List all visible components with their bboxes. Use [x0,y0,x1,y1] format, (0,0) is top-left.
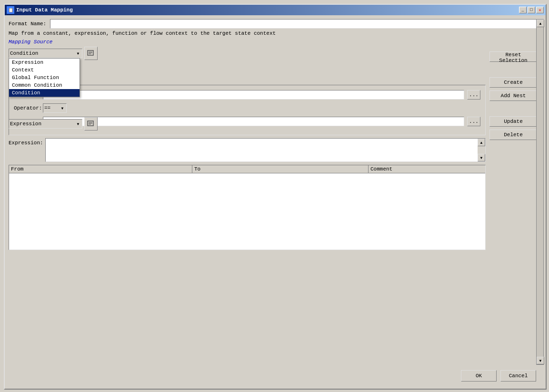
add-nest-button[interactable]: Add Nest [489,90,537,101]
table-body [9,173,485,250]
expression-box: ▲ ▼ [45,138,486,162]
dropdown-item-condition[interactable]: Condition [9,89,80,97]
close-button[interactable]: ✕ [536,7,544,13]
left-field-row: Left: ... [14,90,480,100]
left-browse-button[interactable]: ... [467,90,480,100]
column-to: To [192,165,369,173]
operator-label: Operator: [14,105,40,111]
expression-action-button[interactable] [84,117,98,131]
expression-box-wrapper: ▲ ▼ [45,138,486,162]
dropdown-item-global-function[interactable]: Global Function [9,74,80,81]
expression-arrow-icon: ▼ [74,122,82,126]
expr-scroll-up[interactable]: ▲ [478,139,485,146]
source-icon [87,49,95,58]
maximize-button[interactable]: □ [528,7,535,13]
expression-section: Expression: ▲ ▼ [9,138,486,162]
scroll-down-button[interactable]: ▼ [537,357,544,364]
mapping-source-select[interactable]: Condition ▼ [9,49,82,58]
window-title: Input Data Mapping [16,7,73,13]
right-panel: Reset Selection Create Add Nest Update D… [489,47,542,253]
dropdown-item-expression[interactable]: Expression [9,59,80,66]
operator-value: == [43,105,59,111]
operator-select[interactable]: == ▼ [43,103,67,113]
expression-select[interactable]: Expression ▼ [9,119,82,129]
table-header: From To Comment [9,165,485,173]
cancel-button[interactable]: Cancel [500,370,536,382]
spacer1 [489,65,542,74]
dropdown-item-common-condition[interactable]: Common Condition [9,81,80,89]
dropdown-item-context[interactable]: Context [9,66,80,74]
info-text: Map from a constant, expression, functio… [9,30,542,36]
create-button[interactable]: Create [489,77,537,88]
update-button[interactable]: Update [489,116,537,127]
expression-label: Expression: [9,138,43,148]
column-comment: Comment [369,165,485,173]
source-dropdown: Expression Context Global Function Commo… [9,58,80,97]
expression-source-row: Expression ▼ [9,117,486,131]
main-scrollbar: ▲ ▼ [536,19,544,365]
expr-scroll-down[interactable]: ▼ [478,154,485,161]
expression-scrollbar: ▲ ▼ [478,139,485,161]
expression-row: Expression: ▲ ▼ [9,138,486,162]
scroll-track [537,27,543,357]
data-table: From To Comment [9,165,486,250]
title-bar-left: 📋 Input Data Mapping [7,6,73,14]
dropdown-arrow-icon: ▼ [74,51,82,56]
content-area: Format Name: Map from a constant, expres… [5,15,546,257]
operator-arrow-icon: ▼ [59,106,66,111]
main-layout: Condition ▼ Expression Context Global Fu… [9,47,542,253]
operator-field-row: Operator: == ▼ [14,103,480,113]
expression-icon [87,120,95,128]
window-icon: 📋 [7,6,14,14]
minimize-button[interactable]: _ [519,7,527,13]
title-controls: _ □ ✕ [519,7,544,13]
format-name-row: Format Name: [9,19,542,29]
ok-button[interactable]: OK [461,370,497,382]
source-action-button[interactable] [84,47,98,60]
expression-select-value: Expression [9,121,74,127]
ellipsis-icon: ... [469,92,479,98]
delete-button[interactable]: Delete [489,130,537,140]
main-window: 📋 Input Data Mapping _ □ ✕ Format Name: … [4,4,547,390]
scroll-up-button[interactable]: ▲ [537,20,544,27]
spacer2 [489,104,542,113]
reset-selection-button[interactable]: Reset Selection [489,51,537,62]
source-select-wrapper: Condition ▼ Expression Context Global Fu… [9,49,82,58]
left-input[interactable] [43,90,464,100]
left-panel: Condition ▼ Expression Context Global Fu… [9,47,486,253]
format-name-label: Format Name: [9,21,46,27]
mapping-source-label: Mapping Source [9,39,542,45]
column-from: From [9,165,192,173]
bottom-buttons: OK Cancel [461,370,536,382]
title-bar: 📋 Input Data Mapping _ □ ✕ [5,5,546,15]
format-name-input[interactable] [50,19,542,29]
source-row: Condition ▼ Expression Context Global Fu… [9,47,486,60]
mapping-source-value: Condition [9,50,74,56]
